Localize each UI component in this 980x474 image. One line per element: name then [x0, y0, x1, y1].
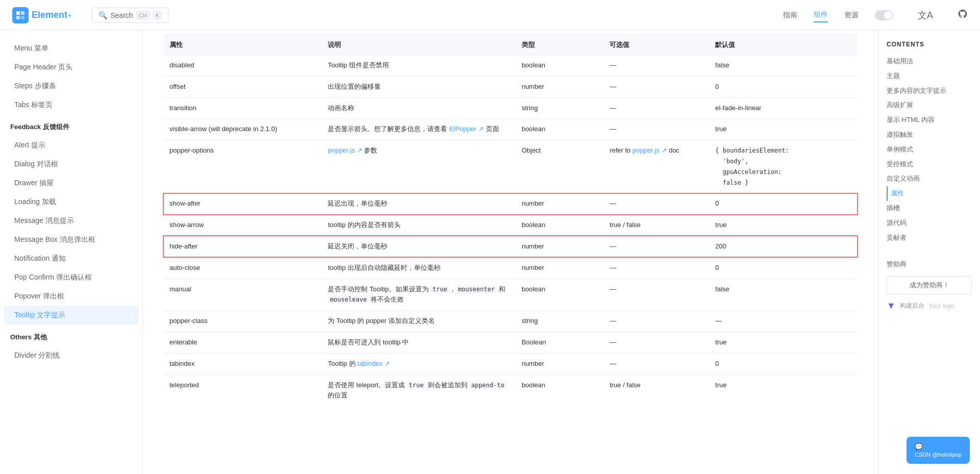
prop-desc: 是否使用 teleport。设置成 true 则会被追加到 append-to …	[322, 375, 515, 406]
sidebar-item-popover[interactable]: Popover 弹出框	[0, 287, 142, 306]
search-button[interactable]: 🔍 Search Ctrl K	[92, 8, 168, 23]
sidebar-section-nav: Menu 菜单 Page Header 页头 Steps 步骤条 Tabs 标签…	[0, 39, 142, 114]
toc-item-html[interactable]: 显示 HTML 内容	[887, 113, 972, 128]
prop-desc: 动画名称	[322, 97, 515, 119]
sidebar-item-notification[interactable]: Notification 通知	[0, 249, 142, 268]
prop-desc: 延迟关闭，单位毫秒	[322, 236, 515, 257]
sidebar-item-messagebox[interactable]: Message Box 消息弹出框	[0, 230, 142, 249]
svg-rect-2	[16, 16, 20, 19]
translate-icon[interactable]: 文A	[918, 9, 933, 21]
theme-toggle-dot	[884, 11, 892, 19]
logo-plus: +	[67, 11, 71, 19]
prop-name: enterable	[163, 332, 322, 353]
prop-default: false	[709, 279, 857, 311]
toc-item-animation[interactable]: 自定义动画	[887, 171, 972, 186]
prop-options: —	[603, 76, 709, 97]
sponsor-button[interactable]: 成为赞助商！	[887, 276, 972, 294]
prop-type: boolean	[516, 215, 603, 236]
prop-name: visible-arrow (will deprecate in 2.1.0)	[163, 119, 322, 140]
table-row: show-arrow tooltip 的内容是否有箭头 boolean true…	[163, 215, 857, 236]
toc-item-props[interactable]: 属性	[887, 186, 972, 201]
sponsor-logo: ▼ 构建后台 Your logo	[887, 301, 972, 311]
prop-type: boolean	[516, 119, 603, 140]
popperjs-link-options[interactable]: popper.js ↗	[632, 146, 667, 154]
prop-type: Object	[516, 140, 603, 193]
prop-desc: 延迟出现，单位毫秒	[322, 193, 515, 215]
toc-item-singleton[interactable]: 单例模式	[887, 142, 972, 157]
prop-type: number	[516, 76, 603, 97]
prop-name: popper-class	[163, 311, 322, 332]
toc-item-slots[interactable]: 插槽	[887, 201, 972, 216]
csdn-badge[interactable]: 💬 CSDN @hellolipop	[906, 437, 970, 464]
prop-name: manual	[163, 279, 322, 311]
table-row: popper-options popper.js ↗ 参数 Object ref…	[163, 140, 857, 193]
nav-resources[interactable]: 资源	[844, 9, 859, 22]
top-nav: Element+ 🔍 Search Ctrl K 指南 组件 资源 文A	[0, 0, 980, 31]
popperjs-link-desc[interactable]: popper.js ↗	[328, 146, 362, 154]
prop-desc: 出现位置的偏移量	[322, 76, 515, 97]
prop-desc: 为 Tooltip 的 popper 添加自定义类名	[322, 311, 515, 332]
sidebar-item-steps[interactable]: Steps 步骤条	[0, 77, 142, 95]
toc-item-theme[interactable]: 主题	[887, 69, 972, 84]
svg-rect-1	[21, 11, 24, 15]
prop-default: true	[709, 215, 857, 236]
github-icon[interactable]	[958, 9, 968, 21]
table-row: enterable 鼠标是否可进入到 tooltip 中 Boolean — t…	[163, 332, 857, 353]
prop-desc: Tooltip 的 tabindex ↗	[322, 353, 515, 375]
prop-default: true	[709, 119, 857, 140]
nav-guide[interactable]: 指南	[783, 9, 797, 22]
sidebar-item-alert[interactable]: Alert 提示	[0, 136, 142, 155]
sidebar-item-tabs[interactable]: Tabs 标签页	[0, 95, 142, 114]
theme-toggle[interactable]	[875, 10, 893, 20]
search-label: Search	[110, 11, 133, 19]
table-row-highlighted-show-after: show-after 延迟出现，单位毫秒 number — 0	[163, 193, 857, 215]
toc-item-contributors[interactable]: 贡献者	[887, 231, 972, 245]
sidebar-item-message[interactable]: Message 消息提示	[0, 211, 142, 230]
prop-desc: tooltip 出现后自动隐藏延时，单位毫秒	[322, 257, 515, 279]
prop-options: —	[603, 257, 709, 279]
search-icon: 🔍	[99, 11, 107, 19]
col-header-type: 类型	[516, 35, 603, 55]
prop-default: true	[709, 332, 857, 353]
table-row: offset 出现位置的偏移量 number — 0	[163, 76, 857, 97]
toc-item-basic[interactable]: 基础用法	[887, 54, 972, 69]
prop-options: true / false	[603, 375, 709, 406]
prop-name: teleported	[163, 375, 322, 406]
sidebar-item-menu[interactable]: Menu 菜单	[0, 39, 142, 58]
sponsor-section: 赞助商 成为赞助商！ ▼ 构建后台 Your logo	[887, 257, 972, 311]
prop-options: true / false	[603, 215, 709, 236]
prop-options: —	[603, 311, 709, 332]
toc-item-more-content[interactable]: 更多内容的文字提示	[887, 84, 972, 98]
search-kbd-ctrl: Ctrl	[136, 11, 150, 19]
prop-default: 0	[709, 76, 857, 97]
sidebar-item-dialog[interactable]: Dialog 对话框	[0, 155, 142, 173]
nav-links: 指南 组件 资源 文A	[783, 8, 968, 22]
logo-icon	[12, 7, 29, 23]
sidebar-item-divider[interactable]: Divider 分割线	[0, 346, 142, 365]
prop-desc: Tooltip 组件是否禁用	[322, 55, 515, 77]
sidebar-item-loading[interactable]: Loading 加载	[0, 192, 142, 211]
toc-item-source[interactable]: 源代码	[887, 216, 972, 231]
sidebar-item-popconfirm[interactable]: Pop Confirm 弹出确认框	[0, 268, 142, 287]
table-row: popper-class 为 Tooltip 的 popper 添加自定义类名 …	[163, 311, 857, 332]
elpopper-link[interactable]: ElPopper ↗	[449, 125, 484, 133]
sidebar-section-others: Others 其他 Divider 分割线	[0, 329, 142, 365]
sponsor-logo-label: 构建后台	[900, 302, 924, 310]
toc-item-controlled[interactable]: 受控模式	[887, 157, 972, 172]
prop-desc: popper.js ↗ 参数	[322, 140, 515, 193]
sidebar-item-pageheader[interactable]: Page Header 页头	[0, 58, 142, 77]
toc-item-virtual[interactable]: 虚拟触发	[887, 128, 972, 142]
prop-options: —	[603, 193, 709, 215]
sidebar-item-tooltip[interactable]: Tooltip 文字提示	[4, 306, 138, 325]
logo[interactable]: Element+	[12, 7, 71, 23]
prop-options: —	[603, 236, 709, 257]
csdn-badge-text: 💬	[915, 443, 923, 451]
prop-default: 0	[709, 353, 857, 375]
tabindex-link[interactable]: tabindex ↗	[357, 360, 390, 367]
nav-components[interactable]: 组件	[814, 8, 828, 22]
content-area: 属性 说明 类型 可选值 默认值 disabled Tooltip 组件是否禁用…	[143, 31, 878, 474]
prop-type: number	[516, 353, 603, 375]
toc-item-advanced[interactable]: 高级扩展	[887, 98, 972, 113]
search-kbd-k: K	[153, 11, 162, 19]
sidebar-item-drawer[interactable]: Drawer 抽屉	[0, 173, 142, 192]
